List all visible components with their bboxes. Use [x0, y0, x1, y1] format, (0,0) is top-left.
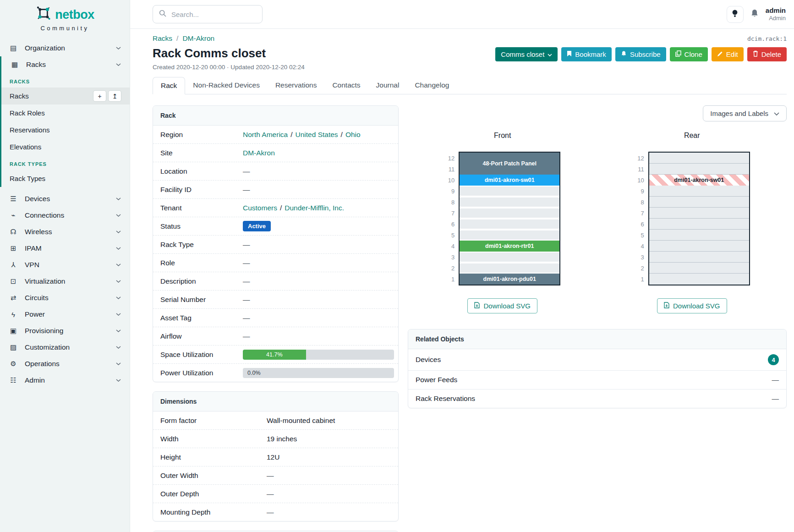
tab-journal[interactable]: Journal: [368, 77, 407, 94]
clone-button[interactable]: Clone: [670, 47, 708, 61]
unit-number: 1: [634, 274, 644, 285]
sidebar-item-provisioning[interactable]: ▣Provisioning: [0, 323, 130, 339]
rack-device-dmi01-akron-sw01[interactable]: dmi01-akron-sw01: [649, 175, 749, 186]
sidebar-subitem-label: Elevations: [10, 143, 41, 151]
field-label: Site: [160, 149, 243, 157]
delete-button[interactable]: Delete: [747, 47, 787, 61]
sidebar-item-virtualization[interactable]: ⊡Virtualization: [0, 273, 130, 290]
link-ohio[interactable]: Ohio: [345, 131, 361, 139]
tab-rack[interactable]: Rack: [153, 77, 185, 94]
sidebar-item-elevations[interactable]: Elevations: [1, 138, 130, 155]
rack-device-dmi01-akron-sw01[interactable]: dmi01-akron-sw01: [460, 175, 559, 186]
field-value: 12U: [267, 453, 391, 461]
chevron-down-icon: [116, 362, 121, 366]
link-dunder-mifflin-inc[interactable]: Dunder-Mifflin, Inc.: [285, 204, 344, 212]
link-north-america[interactable]: North America: [243, 131, 288, 139]
rack-device-dmi01-akron-pdu01[interactable]: dmi01-akron-pdu01: [460, 274, 559, 285]
related-row-devices[interactable]: Devices4: [408, 349, 786, 371]
sidebar-item-devices[interactable]: ☰Devices: [0, 191, 130, 207]
sidebar-item-racks[interactable]: ▦Racks: [1, 56, 130, 73]
bell-icon: [750, 9, 759, 20]
comms-closet-button[interactable]: Comms closet: [495, 47, 558, 61]
user-menu[interactable]: admin Admin: [766, 6, 786, 22]
sidebar-item-racks[interactable]: Racks+↥: [1, 88, 130, 104]
sidebar-item-circuits[interactable]: ⇄Circuits: [0, 290, 130, 306]
sidebar-item-label: IPAM: [25, 244, 42, 252]
field-value: —: [243, 332, 391, 340]
sidebar-item-customization[interactable]: ▨Customization: [0, 339, 130, 356]
bookmark-button[interactable]: Bookmark: [561, 47, 612, 61]
sidebar-item-operations[interactable]: ⚙Operations: [0, 356, 130, 372]
download-svg-button[interactable]: Download SVG: [467, 298, 537, 313]
sidebar-subitem-label: Rack Roles: [10, 109, 45, 117]
sidebar-item-vpn[interactable]: ⅄VPN: [0, 257, 130, 273]
progress-bar-power-utilization: 0.0%: [243, 368, 394, 378]
related-row-rack-reservations[interactable]: Rack Reservations—: [408, 389, 786, 408]
tab-contacts[interactable]: Contacts: [324, 77, 368, 94]
sidebar-item-admin[interactable]: ☷Admin: [0, 372, 130, 389]
field-label: Facility ID: [160, 186, 243, 194]
brand[interactable]: netbox Community: [0, 0, 130, 33]
progress-value-label: 0.0%: [247, 370, 261, 376]
sidebar-item-wireless[interactable]: ☊Wireless: [0, 224, 130, 240]
sidebar-item-rack-roles[interactable]: Rack Roles: [1, 104, 130, 121]
chevron-down-icon: [116, 313, 121, 316]
sidebar-item-connections[interactable]: ⌁Connections: [0, 207, 130, 224]
tab-changelog[interactable]: Changelog: [407, 77, 457, 94]
rack-device-dmi01-akron-rtr01[interactable]: dmi01-akron-rtr01: [460, 241, 559, 252]
theme-toggle-button[interactable]: [727, 6, 744, 23]
link-dm-akron[interactable]: DM-Akron: [243, 149, 275, 157]
field-label: Form factor: [160, 417, 267, 425]
rack-view: 121110987654321dmi01-akron-sw01: [634, 152, 750, 285]
sidebar-item-reservations[interactable]: Reservations: [1, 121, 130, 138]
unit-number: 3: [444, 252, 454, 263]
field-label: Airflow: [160, 332, 243, 340]
download-svg-button[interactable]: Download SVG: [657, 298, 727, 313]
field-row-rack-type: Rack Type—: [153, 236, 398, 254]
edit-button[interactable]: Edit: [712, 47, 744, 61]
rack-elevation-front: Front12111098765432148-Port Patch Paneld…: [408, 132, 597, 313]
rack-slot-empty-fill: [460, 219, 559, 229]
sidebar-section-title-rack-types: RACK TYPES: [1, 155, 130, 170]
search-icon: [159, 10, 166, 19]
sidebar-item-label: VPN: [25, 261, 39, 269]
rack-slot-empty-fill: [460, 230, 559, 240]
unit-number: 4: [634, 241, 644, 252]
add-button[interactable]: +: [93, 90, 106, 102]
operations-icon: ⚙: [9, 360, 18, 368]
link-united-states[interactable]: United States: [296, 131, 338, 139]
chevron-down-icon: [116, 296, 121, 300]
unit-number: 2: [634, 263, 644, 274]
field-row-description: Description—: [153, 272, 398, 291]
import-button[interactable]: ↥: [108, 90, 121, 102]
chevron-down-icon: [116, 329, 121, 333]
file-download-icon: [664, 302, 669, 310]
sidebar-item-rack-types[interactable]: Rack Types: [1, 170, 130, 187]
link-customers[interactable]: Customers: [243, 204, 277, 212]
breadcrumb-link-dm-akron[interactable]: DM-Akron: [182, 34, 214, 42]
sidebar-item-organization[interactable]: ▤Organization: [0, 40, 130, 56]
field-value: —: [267, 472, 391, 480]
sidebar-item-ipam[interactable]: ⊞IPAM: [0, 240, 130, 257]
racks-expanded-group: ▦RacksRACKSRacks+↥Rack RolesReservations…: [0, 56, 130, 187]
rack-slot-empty: [460, 230, 559, 241]
subscribe-button[interactable]: Subscribe: [615, 47, 666, 61]
search-input[interactable]: Search...: [153, 5, 263, 23]
notifications-button[interactable]: [750, 9, 759, 20]
tab-non-racked-devices[interactable]: Non-Racked Devices: [185, 77, 268, 94]
breadcrumb-link-racks[interactable]: Racks: [153, 34, 172, 42]
unit-number: 11: [444, 164, 454, 175]
clone-icon: [675, 50, 681, 58]
page-content: Racks/DM-Akron dcim.rack:1 Rack Comms cl…: [130, 29, 794, 532]
sidebar-item-power[interactable]: ϟPower: [0, 306, 130, 323]
tab-reservations[interactable]: Reservations: [268, 77, 324, 94]
images-labels-select[interactable]: Images and Labels: [703, 105, 787, 121]
sidebar-item-label: Organization: [25, 44, 65, 52]
rack-device-48-port-patch-panel[interactable]: 48-Port Patch Panel: [460, 153, 559, 175]
circuits-icon: ⇄: [9, 294, 18, 302]
admin-icon: ☷: [9, 376, 18, 384]
sidebar-item-label: Provisioning: [25, 327, 63, 335]
field-value-text: 12U: [267, 453, 279, 461]
related-row-power-feeds[interactable]: Power Feeds—: [408, 371, 786, 389]
rack-view: 12111098765432148-Port Patch Paneldmi01-…: [444, 152, 560, 285]
